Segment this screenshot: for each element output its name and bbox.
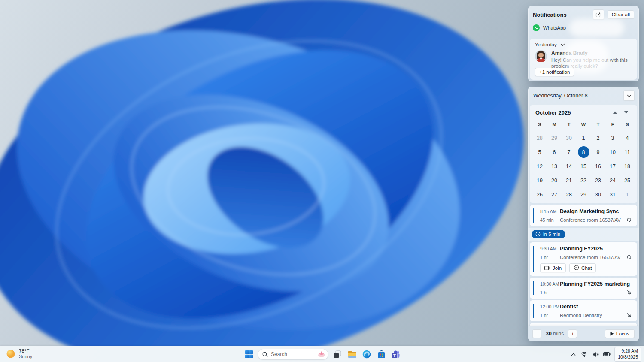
calendar-day[interactable]: 27 xyxy=(547,187,562,202)
event-card[interactable]: 10:30 AM Planning FY2025 marketing 1 hr xyxy=(530,278,637,299)
volume-icon[interactable] xyxy=(591,349,600,360)
event-duration: 1 hr xyxy=(540,255,560,260)
weekday-label: S xyxy=(532,119,547,131)
search-box[interactable] xyxy=(258,349,328,360)
chevron-down-icon xyxy=(627,94,632,97)
calendar-day[interactable]: 22 xyxy=(576,173,591,187)
calendar-day[interactable]: 11 xyxy=(620,145,635,159)
more-notifications-button[interactable]: +1 notification xyxy=(535,68,574,76)
notification-edit-icon xyxy=(595,12,601,18)
calendar-day[interactable]: 2 xyxy=(591,131,605,145)
calendar-day[interactable]: 24 xyxy=(605,173,620,187)
weather-condition: Sunny xyxy=(19,354,32,359)
event-location: Conference room 16537/AV xyxy=(560,255,624,260)
event-location: Redmond Dentistry xyxy=(560,313,624,318)
battery-icon[interactable] xyxy=(602,349,611,360)
calendar-day[interactable]: 30 xyxy=(591,187,605,202)
start-button[interactable] xyxy=(244,349,254,359)
calendar-day[interactable]: 29 xyxy=(576,187,591,202)
calendar-day[interactable]: 3 xyxy=(605,131,620,145)
teams-button[interactable] xyxy=(391,349,401,359)
calendar-day[interactable]: 28 xyxy=(562,187,576,202)
calendar-day[interactable]: 5 xyxy=(532,145,547,159)
calendar-day[interactable]: 1 xyxy=(620,187,635,202)
wifi-icon[interactable] xyxy=(580,349,589,360)
next-month-button[interactable] xyxy=(620,109,632,116)
event-card[interactable]: 9:30 AM Planning FY2025 1 hr Conference … xyxy=(530,242,637,276)
system-tray: 9:28 AM 10/8/2025 xyxy=(568,346,641,362)
calendar-day[interactable]: 6 xyxy=(547,145,562,159)
calendar-day[interactable]: 18 xyxy=(620,159,635,173)
calendar-day[interactable]: 12 xyxy=(532,159,547,173)
decrease-minutes-button[interactable]: − xyxy=(532,329,541,338)
calendar-day[interactable]: 30 xyxy=(562,131,576,145)
recurring-icon xyxy=(626,254,632,260)
calendar-day[interactable]: 26 xyxy=(532,187,547,202)
edge-icon xyxy=(362,350,371,359)
event-time: 10:30 AM xyxy=(540,281,560,287)
chat-button[interactable]: Chat xyxy=(569,263,596,272)
event-accent-bar xyxy=(533,281,534,295)
event-title: Planning FY2025 xyxy=(560,246,603,252)
event-duration: 45 min xyxy=(540,217,560,223)
calendar-day[interactable]: 4 xyxy=(620,131,635,145)
weekday-label: F xyxy=(605,119,620,131)
calendar-day[interactable]: 8 xyxy=(576,145,591,159)
calendar-day[interactable]: 10 xyxy=(605,145,620,159)
calendar-day[interactable]: 16 xyxy=(591,159,605,173)
calendar-day[interactable]: 31 xyxy=(605,187,620,202)
chevron-up-icon xyxy=(613,111,617,114)
windows-logo-icon xyxy=(245,350,253,358)
tray-overflow-chevron[interactable] xyxy=(568,349,578,360)
event-title: Dentist xyxy=(560,304,578,310)
calendar-day[interactable]: 7 xyxy=(562,145,576,159)
calendar-day[interactable]: 19 xyxy=(532,173,547,187)
notification-settings-button[interactable] xyxy=(593,9,604,20)
microsoft-store-button[interactable] xyxy=(376,349,386,359)
calendar-day[interactable]: 14 xyxy=(562,159,576,173)
teams-icon xyxy=(392,350,400,359)
calendar-day[interactable]: 9 xyxy=(591,145,605,159)
focus-button[interactable]: Focus xyxy=(605,329,635,338)
calendar-day[interactable]: 28 xyxy=(532,131,547,145)
event-accent-bar xyxy=(533,208,534,223)
notification-card[interactable]: Yesterday Amanda Brady Hey! Can you help… xyxy=(530,39,637,80)
event-time: 9:30 AM xyxy=(540,246,560,251)
clear-all-button[interactable]: Clear all xyxy=(608,10,634,19)
tray-time: 9:28 AM xyxy=(618,348,638,354)
join-button[interactable]: Join xyxy=(540,263,566,272)
widgets-weather-button[interactable]: 78°F Sunny xyxy=(3,347,35,360)
clock[interactable]: 9:28 AM 10/8/2025 xyxy=(614,347,641,361)
calendar-day[interactable]: 21 xyxy=(562,173,576,187)
increase-minutes-button[interactable]: + xyxy=(568,329,577,338)
calendar-day[interactable]: 20 xyxy=(547,173,562,187)
task-view-icon xyxy=(333,350,341,359)
calendar-day[interactable]: 13 xyxy=(547,159,562,173)
calendar-day[interactable]: 1 xyxy=(576,131,591,145)
file-explorer-button[interactable] xyxy=(347,349,357,359)
notification-app-name: WhatsApp xyxy=(543,25,566,30)
calendar-day[interactable]: 29 xyxy=(547,131,562,145)
calendar-day[interactable]: 25 xyxy=(620,173,635,187)
notifications-title: Notifications xyxy=(533,12,593,18)
search-highlight-flower-icon xyxy=(317,350,326,359)
chevron-down-icon[interactable] xyxy=(560,43,565,46)
calendar-grid: 2829301234567891011121314151617181920212… xyxy=(532,131,635,202)
calendar-day[interactable]: 15 xyxy=(576,159,591,173)
weather-temperature: 78°F xyxy=(19,348,32,353)
edge-browser-button[interactable] xyxy=(361,349,372,359)
event-location: Conference room 16537/AV xyxy=(560,217,624,223)
tray-date: 10/8/2025 xyxy=(618,354,638,360)
task-view-button[interactable] xyxy=(332,349,342,359)
collapse-calendar-button[interactable] xyxy=(623,90,635,101)
calendar-day[interactable]: 23 xyxy=(591,173,605,187)
focus-minutes-unit: mins xyxy=(553,331,564,337)
event-card[interactable]: 8:15 AM Design Marketing Sync 45 min Con… xyxy=(530,205,637,226)
notification-sender: Amanda Brady xyxy=(551,50,628,56)
notification-group-label: Yesterday xyxy=(535,42,557,47)
event-card[interactable]: 12:00 PM Dentist 1 hr Redmond Dentistry xyxy=(530,300,637,321)
calendar-day[interactable]: 17 xyxy=(605,159,620,173)
search-input[interactable] xyxy=(271,351,317,357)
month-view: October 2025 SMTWTFS 2829301234567891011… xyxy=(530,105,637,203)
previous-month-button[interactable] xyxy=(609,109,620,116)
